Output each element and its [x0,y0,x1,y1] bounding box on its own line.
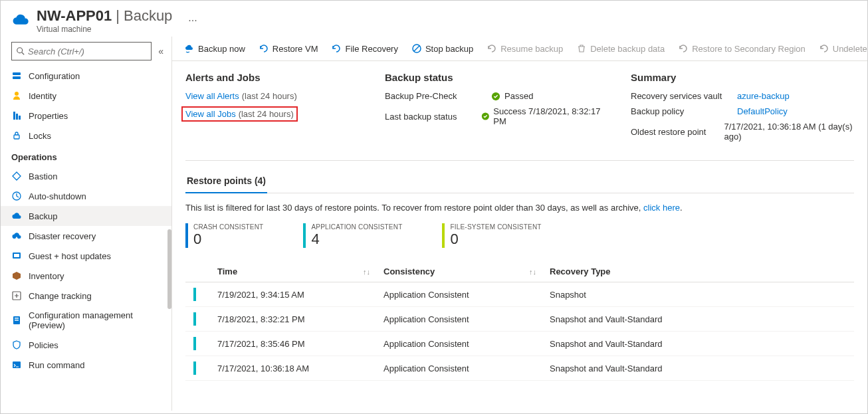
divider [185,160,854,161]
svg-line-1 [22,52,25,55]
table-row[interactable]: 7/18/2021, 8:32:21 PMApplication Consist… [185,307,854,332]
view-all-jobs-link[interactable]: View all Jobs (last 24 hours) [181,106,298,122]
svg-rect-3 [13,76,21,79]
click-here-link[interactable]: click here [643,203,680,213]
sort-icon: ↑↓ [529,268,536,276]
server-icon [11,70,22,81]
bastion-icon [11,171,22,181]
success-icon [491,92,500,101]
cell-consistency: Application Consistent [383,314,550,324]
cell-recovery: Snapshot and Vault-Standard [550,339,854,349]
restore-points-table: Time↑↓ Consistency↑↓ Recovery Type 7/19/… [185,261,854,381]
sort-icon: ↑↓ [363,268,370,276]
trash-icon [576,43,587,54]
svg-rect-6 [16,114,18,120]
column-recovery[interactable]: Recovery Type [550,266,854,276]
svg-point-4 [15,92,19,96]
oldest-value: 7/17/2021, 10:36:18 AM (1 day(s) ago) [724,122,854,142]
sidebar-item-configuration[interactable]: Configuration [1,66,171,86]
table-row[interactable]: 7/19/2021, 9:34:15 AMApplication Consist… [185,282,854,307]
last-backup-value: Success 7/18/2021, 8:32:17 PM [493,106,604,126]
sidebar-item-auto-shutdown[interactable]: Auto-shutdown [1,186,171,206]
vm-name: NW-APP01 [37,7,112,25]
sidebar-item-bastion[interactable]: Bastion [1,166,171,186]
properties-icon [11,110,22,121]
row-indicator [193,312,196,326]
column-time[interactable]: Time↑↓ [217,266,383,276]
sidebar-item-backup[interactable]: Backup [1,206,171,226]
table-row[interactable]: 7/17/2021, 10:36:18 AMApplication Consis… [185,356,854,381]
cell-consistency: Application Consistent [383,339,550,349]
cell-recovery: Snapshot and Vault-Standard [550,314,854,324]
cell-recovery: Snapshot and Vault-Standard [550,363,854,373]
vault-link[interactable]: azure-backup [737,91,790,101]
row-indicator [193,288,196,301]
tabs: Restore points (4) [185,171,854,193]
cell-time: 7/17/2021, 10:36:18 AM [217,363,383,373]
scrollbar[interactable] [167,229,171,309]
search-input[interactable] [11,42,152,60]
row-indicator [193,362,196,375]
view-all-alerts-link[interactable]: View all Alerts (last 24 hours) [185,91,358,101]
sidebar-item-guest-host-updates[interactable]: Guest + host updates [1,246,171,266]
table-row[interactable]: 7/17/2021, 8:35:46 PMApplication Consist… [185,332,854,356]
restore-secondary-button: Restore to Secondary Region [673,41,811,56]
svg-rect-14 [15,318,19,319]
change-icon [11,290,22,301]
updates-icon [11,251,22,261]
collapse-sidebar-button[interactable]: « [158,46,163,56]
backup-now-button[interactable]: Backup now [179,41,251,56]
sidebar-item-properties[interactable]: Properties [1,106,171,126]
identity-icon [11,90,22,101]
search-icon [16,47,25,56]
cell-recovery: Snapshot [550,290,854,300]
sidebar-item-inventory[interactable]: Inventory [1,266,171,286]
clock-icon [11,191,22,201]
section-name: Backup [124,7,172,25]
restore-vm-button[interactable]: Restore VM [253,41,324,56]
policies-icon [11,340,22,350]
config-mgmt-icon [11,315,22,326]
cell-time: 7/17/2021, 8:35:46 PM [217,339,383,349]
terminal-icon [11,360,22,370]
tab-restore-points[interactable]: Restore points (4) [185,171,267,193]
restore-secondary-icon [678,43,689,54]
undelete-button: Undelete [814,41,867,56]
toolbar: Backup now Restore VM File Recovery Stop… [172,37,867,61]
undelete-icon [819,43,829,54]
cell-consistency: Application Consistent [383,363,550,373]
alerts-jobs-section: Alerts and Jobs View all Alerts (last 24… [185,72,358,147]
column-consistency[interactable]: Consistency↑↓ [383,266,550,276]
sidebar-item-change-tracking[interactable]: Change tracking [1,286,171,306]
filter-text: This list is filtered for last 30 days o… [185,203,854,213]
lock-icon [11,130,22,141]
svg-rect-11 [14,254,19,257]
resume-backup-button: Resume backup [481,41,568,56]
sidebar-item-policies[interactable]: Policies [1,335,171,355]
sidebar-item-disaster-recovery[interactable]: Disaster recovery [1,226,171,246]
file-recovery-icon [331,43,342,54]
delete-backup-button: Delete backup data [571,41,670,56]
summary-section: Summary Recovery services vault azure-ba… [631,72,854,147]
vm-icon [11,11,30,30]
stat-application-consistent: APPLICATION CONSISTENT 4 [303,223,402,248]
svg-rect-8 [14,135,19,139]
more-button[interactable]: ··· [188,15,197,27]
stat-filesystem-consistent: FILE-SYSTEM CONSISTENT 0 [442,223,541,248]
main-content: Backup now Restore VM File Recovery Stop… [172,37,867,411]
sidebar-item-run-command[interactable]: Run command [1,355,171,375]
row-indicator [193,337,196,350]
backup-status-section: Backup status Backup Pre-Check Passed La… [385,72,604,147]
last-backup-label: Last backup status [385,112,481,122]
policy-link[interactable]: DefaultPolicy [737,106,788,116]
disaster-icon [11,231,22,241]
file-recovery-button[interactable]: File Recovery [326,41,403,56]
success-icon [481,112,490,121]
sidebar-item-locks[interactable]: Locks [1,126,171,146]
sidebar-item-identity[interactable]: Identity [1,86,171,106]
sidebar-item-configuration-management[interactable]: Configuration management (Preview) [1,306,171,335]
stop-backup-button[interactable]: Stop backup [406,41,479,56]
cell-time: 7/19/2021, 9:34:15 AM [217,290,383,300]
policy-label: Backup policy [631,106,737,116]
stat-crash-consistent: CRASH CONSISTENT 0 [185,223,263,248]
